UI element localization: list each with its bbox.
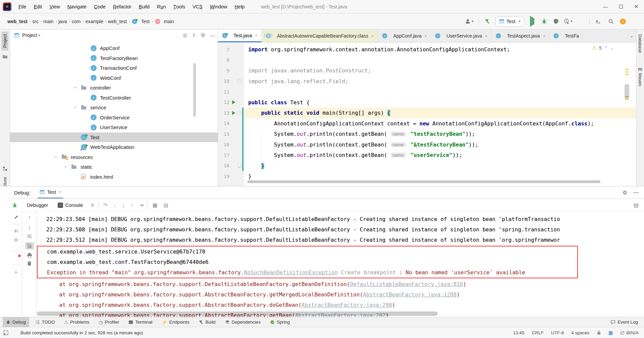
tree-item-testcontroller[interactable]: cTestController xyxy=(10,93,218,103)
hidden-tabs-icon[interactable]: ⌄ xyxy=(627,34,636,38)
project-view-label[interactable]: Project xyxy=(22,33,37,38)
chevron-expanded-icon[interactable]: › xyxy=(63,165,68,169)
code-line-13[interactable]: 13− public static void main(String[] arg… xyxy=(218,108,636,118)
file-encoding[interactable]: UTF-8 xyxy=(551,330,564,335)
breadcrumb-item[interactable]: main› xyxy=(43,19,57,24)
gear-icon[interactable]: ⚙ xyxy=(201,32,205,38)
gear-icon[interactable]: ⚙ xyxy=(623,189,627,196)
hide-icon[interactable]: — xyxy=(633,189,639,196)
menu-item-refactor[interactable]: Refactor xyxy=(109,0,135,13)
toolwindow-button-endpoints[interactable]: ⚡Endpoints xyxy=(158,317,193,327)
editor-tab-testfa[interactable]: cTestFa xyxy=(549,30,583,42)
code-line-14[interactable]: 14 AnnotationConfigApplicationContext co… xyxy=(218,118,636,129)
maximize-icon[interactable] xyxy=(613,0,629,13)
project-scrollbar[interactable] xyxy=(193,63,196,117)
minimize-icon[interactable]: — xyxy=(598,0,613,13)
code-line-12[interactable]: 12public class Test { xyxy=(218,97,636,108)
tool-tab-maven[interactable]: Maven xyxy=(638,73,643,86)
fold-marker-icon[interactable]: − xyxy=(237,111,241,115)
toolwindow-button-spring[interactable]: Spring xyxy=(267,317,293,327)
chevron-expanded-icon[interactable]: › xyxy=(73,105,78,110)
toolwindow-button-profiler[interactable]: ◷Profiler xyxy=(95,317,122,327)
menu-item-navigate[interactable]: Navigate xyxy=(64,0,90,13)
editor-tab-appconf.java[interactable]: cAppConf.java× xyxy=(378,30,431,42)
close-icon[interactable]: × xyxy=(371,34,374,39)
tree-item-webconf[interactable]: cWebConf xyxy=(10,73,218,83)
chevron-down-icon[interactable]: ▾ xyxy=(38,33,40,38)
menu-item-help[interactable]: Help xyxy=(231,0,248,13)
tree-item-static[interactable]: ›static xyxy=(10,162,218,172)
debug-session-tab[interactable]: Test × xyxy=(38,186,63,199)
close-icon[interactable]: × xyxy=(255,33,258,38)
more-icon[interactable]: » xyxy=(14,269,17,275)
code-line-18[interactable]: 18‿ } xyxy=(218,161,636,171)
close-icon[interactable]: × xyxy=(485,34,488,39)
menu-item-build[interactable]: Build xyxy=(135,0,153,13)
resume-icon[interactable] xyxy=(14,229,18,233)
locate-icon[interactable]: ◎ xyxy=(183,32,187,38)
scroll-end-icon[interactable] xyxy=(25,242,34,249)
fold-marker-icon[interactable]: − xyxy=(237,79,241,83)
stack-trace-link[interactable]: DefaultListableBeanFactory.java:816 xyxy=(350,281,463,287)
menu-item-file[interactable]: File xyxy=(15,0,30,13)
trash-icon[interactable] xyxy=(27,261,32,266)
chevron-down-icon[interactable]: ▾ xyxy=(472,19,474,23)
code-line-17[interactable]: 17 System.out.println(context.getBean( n… xyxy=(218,150,636,161)
editor-tab-test.java[interactable]: cTest.java× xyxy=(218,30,262,42)
toolwindow-button-todo[interactable]: TODO xyxy=(32,317,58,327)
tree-item-service[interactable]: ›service xyxy=(10,103,218,113)
menu-item-window[interactable]: Window xyxy=(206,0,231,13)
caret-position[interactable]: 13:45 xyxy=(513,330,525,335)
breadcrumb-item[interactable]: cTest› xyxy=(131,18,153,24)
soft-wrap-icon[interactable] xyxy=(27,234,32,239)
inspection-widget[interactable]: ⚠ 5 ⌃ ⌃ xyxy=(592,45,614,51)
chevron-expanded-icon[interactable]: › xyxy=(54,155,59,159)
user-icon[interactable] xyxy=(465,18,471,24)
breadcrumb-item[interactable]: mmain xyxy=(155,18,174,24)
list-icon[interactable]: ≡ xyxy=(91,202,94,209)
breadcrumb-item[interactable]: example› xyxy=(86,19,107,24)
code-line-8[interactable]: 8 xyxy=(218,55,636,66)
tree-item-index.html[interactable]: index.html xyxy=(10,172,218,182)
build-hammer-icon[interactable] xyxy=(485,18,490,24)
toolwindow-button-problems[interactable]: ⚠Problems xyxy=(61,317,93,327)
breadcrumb-item[interactable]: java› xyxy=(58,19,70,24)
stack-trace-link[interactable]: NoSuchBeanDefinitionException xyxy=(244,269,338,276)
down-icon[interactable]: ↓ xyxy=(28,224,31,231)
breadcrumb-item[interactable]: com› xyxy=(72,19,84,24)
editor-horizontal-scrollbar[interactable] xyxy=(247,180,600,183)
layout-settings-icon[interactable]: ▤ xyxy=(634,202,639,208)
print-icon[interactable] xyxy=(27,252,32,258)
folder-icon[interactable] xyxy=(0,54,10,59)
code-line-19[interactable]: 19} xyxy=(218,171,636,182)
step-into-icon[interactable]: ↓ xyxy=(113,202,116,208)
breadcrumb-item[interactable]: src› xyxy=(32,19,42,24)
chevron-expanded-icon[interactable]: › xyxy=(73,86,78,90)
breadcrumb-item[interactable]: web_test› xyxy=(108,19,130,24)
stack-trace-link[interactable]: AbstractBeanFactory.java:298 xyxy=(302,302,392,308)
run-config-select[interactable]: Test▾ xyxy=(495,16,524,26)
run-line-icon[interactable] xyxy=(232,100,235,104)
code-line-16[interactable]: 16 System.out.println(context.getBean( n… xyxy=(218,139,636,150)
code-editor[interactable]: 7import org.springframework.context.anno… xyxy=(218,44,636,182)
editor-tab-testaspect.java[interactable]: cTestAspect.java× xyxy=(492,30,550,42)
wrench-icon[interactable] xyxy=(13,214,19,220)
status-message[interactable]: Build completed successfully in 2 sec, 9… xyxy=(20,330,143,335)
close-icon[interactable]: × xyxy=(58,189,61,194)
editor-tab-userservice.java[interactable]: cUserService.java× xyxy=(431,30,491,42)
toolwindow-toggle-icon[interactable] xyxy=(3,330,8,335)
menu-item-vcs[interactable]: VCS xyxy=(189,0,206,13)
layout-icon[interactable]: ▤ xyxy=(164,202,168,208)
line-ending[interactable]: CRLF xyxy=(532,330,543,335)
editor-tab-abstractautowirecapablebeanfactory.class[interactable]: c()AbstractAutowireCapableBeanFactory.cl… xyxy=(262,30,378,42)
tree-item-userservice[interactable]: cUserService xyxy=(10,122,218,132)
run-to-cursor-icon[interactable]: ⇥ xyxy=(139,202,144,208)
search-icon[interactable] xyxy=(608,18,614,24)
indent-setting[interactable]: 4 spaces xyxy=(571,330,589,335)
run-line-icon[interactable] xyxy=(232,111,235,115)
editor-vertical-scrollbar[interactable] xyxy=(625,84,629,99)
tree-item-controller[interactable]: ›controller xyxy=(10,83,218,93)
breadcrumb-item[interactable]: web_test› xyxy=(7,19,31,24)
coverage-shield-icon[interactable] xyxy=(553,18,559,24)
profiler-clock-icon[interactable] xyxy=(564,18,570,24)
